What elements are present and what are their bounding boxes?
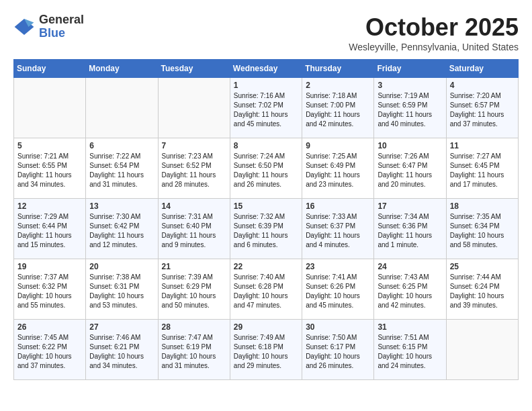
calendar-day-9: 9Sunrise: 7:25 AM Sunset: 6:49 PM Daylig… <box>302 138 374 199</box>
day-info: Sunrise: 7:31 AM Sunset: 6:40 PM Dayligh… <box>162 212 226 250</box>
day-number: 23 <box>306 262 370 271</box>
calendar-day-17: 17Sunrise: 7:34 AM Sunset: 6:36 PM Dayli… <box>374 199 446 259</box>
day-info: Sunrise: 7:33 AM Sunset: 6:37 PM Dayligh… <box>306 212 370 250</box>
calendar-day-18: 18Sunrise: 7:35 AM Sunset: 6:34 PM Dayli… <box>446 199 518 259</box>
day-info: Sunrise: 7:37 AM Sunset: 6:32 PM Dayligh… <box>17 273 82 310</box>
day-number: 13 <box>89 201 154 211</box>
day-info: Sunrise: 7:22 AM Sunset: 6:54 PM Dayligh… <box>89 152 154 189</box>
day-number: 30 <box>306 322 370 332</box>
calendar-day-4: 4Sunrise: 7:20 AM Sunset: 6:57 PM Daylig… <box>446 78 518 138</box>
page-header: General Blue October 2025 Wesleyville, P… <box>13 13 519 52</box>
svg-marker-0 <box>15 19 34 35</box>
header-saturday: Saturday <box>446 60 518 78</box>
day-info: Sunrise: 7:45 AM Sunset: 6:22 PM Dayligh… <box>17 333 82 371</box>
day-info: Sunrise: 7:21 AM Sunset: 6:55 PM Dayligh… <box>17 152 82 189</box>
day-info: Sunrise: 7:47 AM Sunset: 6:19 PM Dayligh… <box>162 333 226 371</box>
header-wednesday: Wednesday <box>230 60 302 78</box>
day-number: 25 <box>450 262 515 271</box>
calendar-day-25: 25Sunrise: 7:44 AM Sunset: 6:24 PM Dayli… <box>446 259 518 320</box>
day-number: 15 <box>234 201 298 211</box>
day-info: Sunrise: 7:32 AM Sunset: 6:39 PM Dayligh… <box>234 212 298 250</box>
day-info: Sunrise: 7:23 AM Sunset: 6:52 PM Dayligh… <box>162 152 226 189</box>
calendar-week-row: 12Sunrise: 7:29 AM Sunset: 6:44 PM Dayli… <box>14 199 519 259</box>
calendar-day-23: 23Sunrise: 7:41 AM Sunset: 6:26 PM Dayli… <box>302 259 374 320</box>
calendar-day-20: 20Sunrise: 7:38 AM Sunset: 6:31 PM Dayli… <box>86 259 158 320</box>
day-number: 2 <box>306 81 370 90</box>
day-info: Sunrise: 7:50 AM Sunset: 6:17 PM Dayligh… <box>306 333 370 371</box>
day-number: 19 <box>17 262 82 271</box>
day-info: Sunrise: 7:16 AM Sunset: 7:02 PM Dayligh… <box>234 91 298 129</box>
calendar-week-row: 26Sunrise: 7:45 AM Sunset: 6:22 PM Dayli… <box>14 320 519 380</box>
calendar-week-row: 5Sunrise: 7:21 AM Sunset: 6:55 PM Daylig… <box>14 138 519 199</box>
day-info: Sunrise: 7:46 AM Sunset: 6:21 PM Dayligh… <box>89 333 154 371</box>
day-info: Sunrise: 7:27 AM Sunset: 6:45 PM Dayligh… <box>450 152 515 189</box>
calendar-day-11: 11Sunrise: 7:27 AM Sunset: 6:45 PM Dayli… <box>446 138 518 199</box>
day-number: 8 <box>234 141 298 150</box>
day-number: 3 <box>378 81 442 90</box>
day-info: Sunrise: 7:30 AM Sunset: 6:42 PM Dayligh… <box>89 212 154 250</box>
day-info: Sunrise: 7:25 AM Sunset: 6:49 PM Dayligh… <box>306 152 370 189</box>
calendar-empty-cell <box>158 78 230 138</box>
calendar-day-21: 21Sunrise: 7:39 AM Sunset: 6:29 PM Dayli… <box>158 259 230 320</box>
day-number: 27 <box>89 322 154 332</box>
calendar-header-row: SundayMondayTuesdayWednesdayThursdayFrid… <box>14 60 519 78</box>
day-info: Sunrise: 7:24 AM Sunset: 6:50 PM Dayligh… <box>234 152 298 189</box>
day-number: 7 <box>162 141 226 150</box>
day-number: 14 <box>162 201 226 211</box>
day-number: 12 <box>17 201 82 211</box>
day-number: 21 <box>162 262 226 271</box>
calendar-day-8: 8Sunrise: 7:24 AM Sunset: 6:50 PM Daylig… <box>230 138 302 199</box>
day-info: Sunrise: 7:35 AM Sunset: 6:34 PM Dayligh… <box>450 212 515 250</box>
day-number: 16 <box>306 201 370 211</box>
day-number: 4 <box>450 81 515 90</box>
calendar-day-27: 27Sunrise: 7:46 AM Sunset: 6:21 PM Dayli… <box>86 320 158 380</box>
day-number: 28 <box>162 322 226 332</box>
day-number: 9 <box>306 141 370 150</box>
calendar-week-row: 19Sunrise: 7:37 AM Sunset: 6:32 PM Dayli… <box>14 259 519 320</box>
calendar-day-31: 31Sunrise: 7:51 AM Sunset: 6:15 PM Dayli… <box>374 320 446 380</box>
header-friday: Friday <box>374 60 446 78</box>
logo: General Blue <box>13 13 84 40</box>
day-number: 26 <box>17 322 82 332</box>
day-info: Sunrise: 7:38 AM Sunset: 6:31 PM Dayligh… <box>89 273 154 310</box>
day-info: Sunrise: 7:29 AM Sunset: 6:44 PM Dayligh… <box>17 212 82 250</box>
calendar-day-19: 19Sunrise: 7:37 AM Sunset: 6:32 PM Dayli… <box>14 259 86 320</box>
day-info: Sunrise: 7:20 AM Sunset: 6:57 PM Dayligh… <box>450 91 515 129</box>
calendar-empty-cell <box>14 78 86 138</box>
day-number: 31 <box>378 322 442 332</box>
day-number: 6 <box>89 141 154 150</box>
calendar-table: SundayMondayTuesdayWednesdayThursdayFrid… <box>13 59 519 380</box>
location: Wesleyville, Pennsylvania, United States <box>349 42 519 52</box>
calendar-day-29: 29Sunrise: 7:49 AM Sunset: 6:18 PM Dayli… <box>230 320 302 380</box>
calendar-day-6: 6Sunrise: 7:22 AM Sunset: 6:54 PM Daylig… <box>86 138 158 199</box>
header-monday: Monday <box>86 60 158 78</box>
day-number: 17 <box>378 201 442 211</box>
day-info: Sunrise: 7:39 AM Sunset: 6:29 PM Dayligh… <box>162 273 226 310</box>
calendar-day-5: 5Sunrise: 7:21 AM Sunset: 6:55 PM Daylig… <box>14 138 86 199</box>
day-info: Sunrise: 7:19 AM Sunset: 6:59 PM Dayligh… <box>378 91 442 129</box>
day-number: 18 <box>450 201 515 211</box>
calendar-day-24: 24Sunrise: 7:43 AM Sunset: 6:25 PM Dayli… <box>374 259 446 320</box>
calendar-day-14: 14Sunrise: 7:31 AM Sunset: 6:40 PM Dayli… <box>158 199 230 259</box>
calendar-day-16: 16Sunrise: 7:33 AM Sunset: 6:37 PM Dayli… <box>302 199 374 259</box>
calendar-week-row: 1Sunrise: 7:16 AM Sunset: 7:02 PM Daylig… <box>14 78 519 138</box>
calendar-day-1: 1Sunrise: 7:16 AM Sunset: 7:02 PM Daylig… <box>230 78 302 138</box>
day-number: 24 <box>378 262 442 271</box>
day-info: Sunrise: 7:41 AM Sunset: 6:26 PM Dayligh… <box>306 273 370 310</box>
day-number: 10 <box>378 141 442 150</box>
day-number: 29 <box>234 322 298 332</box>
day-info: Sunrise: 7:26 AM Sunset: 6:47 PM Dayligh… <box>378 152 442 189</box>
calendar-day-3: 3Sunrise: 7:19 AM Sunset: 6:59 PM Daylig… <box>374 78 446 138</box>
calendar-day-15: 15Sunrise: 7:32 AM Sunset: 6:39 PM Dayli… <box>230 199 302 259</box>
day-info: Sunrise: 7:40 AM Sunset: 6:28 PM Dayligh… <box>234 273 298 310</box>
calendar-day-12: 12Sunrise: 7:29 AM Sunset: 6:44 PM Dayli… <box>14 199 86 259</box>
day-info: Sunrise: 7:34 AM Sunset: 6:36 PM Dayligh… <box>378 212 442 250</box>
calendar-day-22: 22Sunrise: 7:40 AM Sunset: 6:28 PM Dayli… <box>230 259 302 320</box>
calendar-empty-cell <box>446 320 518 380</box>
day-info: Sunrise: 7:43 AM Sunset: 6:25 PM Dayligh… <box>378 273 442 310</box>
logo-icon <box>13 16 35 38</box>
calendar-day-7: 7Sunrise: 7:23 AM Sunset: 6:52 PM Daylig… <box>158 138 230 199</box>
header-tuesday: Tuesday <box>158 60 230 78</box>
month-title: October 2025 <box>349 13 519 42</box>
header-thursday: Thursday <box>302 60 374 78</box>
